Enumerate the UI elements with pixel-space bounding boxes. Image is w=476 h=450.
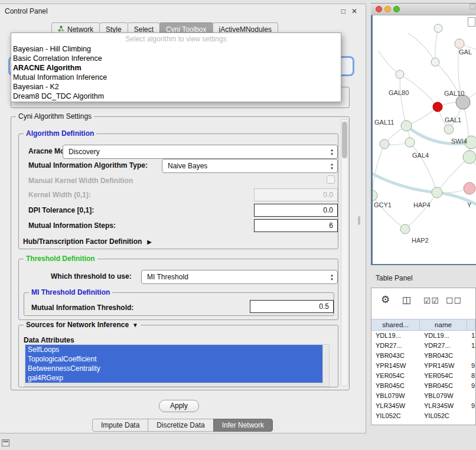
tab-discretize-data[interactable]: Discretize Data (148, 419, 213, 432)
network-node[interactable] (380, 139, 389, 149)
network-edge[interactable] (408, 33, 435, 62)
table-body: YDL19...YDL19...13...YDR27...YDR27...12.… (371, 331, 475, 421)
network-node[interactable] (396, 70, 404, 79)
attribute-list-item[interactable]: gal4RGexp (25, 373, 323, 383)
network-node[interactable] (401, 120, 412, 131)
table-cell: YIL052C (371, 411, 420, 421)
mi-type-combo[interactable]: Naive Bayes ▲▼ (162, 159, 338, 173)
network-node[interactable] (455, 39, 464, 48)
network-node[interactable] (431, 58, 439, 66)
window-buttons: □ ✕ (341, 7, 357, 15)
network-node[interactable] (373, 190, 377, 201)
network-edge[interactable] (373, 144, 384, 195)
node-label-gal4: GAL4 (412, 152, 429, 159)
attribute-list: SelfLoopsTopologicalCoefficientBetweenne… (25, 344, 330, 387)
dropdown-option-bayesian-k2[interactable]: Bayesian - K2 (11, 82, 341, 92)
float-icon[interactable]: □ (341, 7, 345, 15)
attribute-list-item[interactable]: TopologicalCoefficient (25, 354, 323, 364)
network-edge[interactable] (373, 195, 405, 229)
node-label-gal10: GAL10 (444, 90, 464, 97)
cyni-settings-title: Cyni Algorithm Settings (16, 112, 94, 120)
dropdown-option-mutual-information-inference[interactable]: Mutual Information Inference (11, 73, 341, 82)
tab-infer-network[interactable]: Infer Network (213, 419, 273, 432)
columns-icon[interactable]: ◫ (402, 294, 411, 305)
settings-scrollbar[interactable] (341, 119, 348, 386)
gear-icon[interactable]: ⚙ (381, 294, 390, 306)
dropdown-option-aracne-algorithm[interactable]: ARACNE Algorithm (11, 63, 341, 73)
manual-kernel-checkbox[interactable] (327, 175, 335, 184)
network-edge[interactable] (400, 74, 406, 126)
hub-definition-toggle[interactable]: Hub/Transcription Factor Definition ▶ (23, 237, 152, 246)
splitter-handle[interactable] (358, 216, 360, 225)
table-row[interactable]: YPR145WYPR145W9. (371, 361, 475, 371)
network-node[interactable] (432, 187, 442, 198)
table-header-cell[interactable]: shared... (371, 319, 420, 330)
table-cell: YDL19... (420, 331, 467, 341)
dropdown-options: Bayesian - Hill ClimbingBasic Correlatio… (11, 44, 341, 101)
table-panel-title: Table Panel (376, 274, 413, 282)
network-edge[interactable] (463, 102, 470, 157)
network-node[interactable] (456, 95, 470, 109)
table-cell: YER054C (371, 371, 420, 381)
table-cell (467, 351, 475, 361)
algorithm-definition-title: Algorithm Definition (24, 129, 96, 138)
chevron-down-icon[interactable]: ▼ (132, 322, 138, 328)
scrollbar-thumb[interactable] (342, 122, 347, 158)
table-row[interactable]: YDL19...YDL19...13... (371, 331, 475, 341)
table-header-cell[interactable]: name (420, 319, 467, 330)
table-row[interactable]: YLR345WYLR345W9. (371, 401, 475, 411)
network-node[interactable] (433, 102, 442, 112)
dropdown-option-basic-correlation-inference[interactable]: Basic Correlation Inference (11, 54, 341, 63)
network-node[interactable] (405, 138, 415, 147)
table-row[interactable]: YBR043CYBR043C (371, 351, 475, 361)
attribute-list-item[interactable]: SelfLoops (25, 345, 323, 354)
network-edge[interactable] (405, 193, 437, 229)
sources-title: Sources for Network Inference ▼ (24, 321, 141, 329)
network-edge[interactable] (373, 170, 437, 193)
network-node[interactable] (400, 224, 410, 234)
mi-threshold-input[interactable]: 0.5 (250, 300, 334, 313)
network-edge[interactable] (410, 142, 437, 193)
panel-icon[interactable] (2, 439, 9, 446)
dpi-tolerance-input[interactable]: 0.0 (254, 204, 338, 217)
network-canvas-area[interactable]: GALGAL80GAL10GAL11GAL1SWI4GAL4GCY1HAP4HA… (373, 15, 476, 264)
apply-button[interactable]: Apply (159, 400, 199, 412)
list-vertical-scrollbar[interactable] (322, 345, 329, 386)
list-horizontal-scrollbar[interactable] (25, 383, 323, 386)
birdseye-toggle[interactable] (468, 17, 475, 27)
dropdown-option-dream8-dc-tdc-algorithm[interactable]: Dream8 DC_TDC Algorithm (11, 92, 341, 101)
network-window-titlebar[interactable] (371, 4, 476, 15)
network-node[interactable] (463, 151, 476, 164)
zoom-traffic-light[interactable] (393, 6, 400, 12)
table-row[interactable]: YER054CYER054C8. (371, 371, 475, 381)
mi-steps-input[interactable]: 6 (254, 219, 338, 232)
network-node[interactable] (434, 24, 442, 32)
mi-threshold-group: MI Threshold Definition Mutual Informati… (24, 292, 334, 316)
aracne-mode-combo[interactable]: Discovery ▲▼ (63, 145, 338, 159)
dropdown-option-bayesian-hill-climbing[interactable]: Bayesian - Hill Climbing (11, 44, 341, 54)
network-edge[interactable] (435, 28, 438, 62)
kernel-width-input[interactable]: 0.0 (254, 188, 338, 201)
network-node[interactable] (444, 125, 454, 134)
table-row[interactable]: YBR045CYBR045C9. (371, 381, 475, 391)
network-node[interactable] (464, 182, 475, 194)
node-label-hap2: HAP2 (412, 237, 429, 244)
close-traffic-light[interactable] (376, 6, 382, 12)
table-cell: YBR045C (371, 381, 420, 391)
table-header-cell[interactable] (467, 319, 475, 330)
table-row[interactable]: YDR27...YDR27...12... (371, 341, 475, 351)
network-edge[interactable] (379, 51, 400, 74)
which-threshold-combo[interactable]: MI Threshold ▲▼ (141, 270, 338, 284)
node-label-gal80: GAL80 (389, 89, 409, 96)
attribute-list-item[interactable]: BetweennessCentrality (25, 364, 323, 373)
tab-impute-data[interactable]: Impute Data (92, 419, 148, 432)
deselect-all-icon[interactable]: ☐☐ (446, 296, 462, 305)
window-fragment (470, 4, 475, 9)
table-row[interactable]: YIL052CYIL052C (371, 411, 475, 421)
table-header: shared...name (371, 319, 475, 331)
select-all-icon[interactable]: ☑☑ (423, 296, 439, 305)
table-row[interactable]: YBL079WYBL079W (371, 391, 475, 401)
mi-threshold-title: MI Threshold Definition (29, 288, 112, 296)
close-icon[interactable]: ✕ (351, 7, 357, 15)
minimize-traffic-light[interactable] (384, 6, 391, 12)
